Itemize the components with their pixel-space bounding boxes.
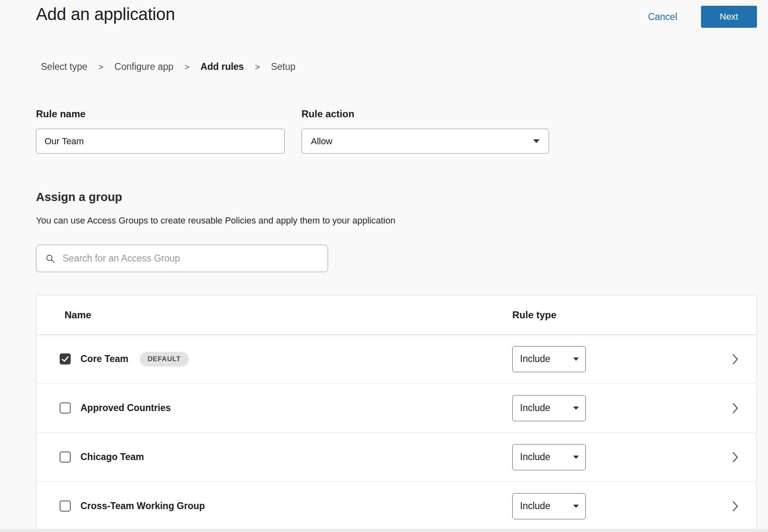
rule-type-value: Include [520, 452, 550, 463]
group-checkbox[interactable] [60, 353, 71, 364]
rule-name-label: Rule name [36, 108, 285, 120]
column-header-rule-type: Rule type [512, 309, 756, 321]
breadcrumb-separator: > [185, 62, 190, 72]
access-group-search [36, 245, 328, 272]
table-row: Core Team DEFAULT Include [36, 335, 756, 384]
search-input[interactable] [62, 253, 319, 264]
breadcrumb-separator: > [255, 62, 260, 72]
default-badge: DEFAULT [140, 352, 188, 367]
chevron-right-icon [732, 452, 739, 463]
group-name: Core Team [80, 353, 128, 364]
page-title: Add an application [36, 4, 175, 25]
rule-type-cell: Include [512, 444, 756, 470]
rule-form: Rule name Rule action Allow [36, 108, 768, 154]
rule-action-select[interactable]: Allow [301, 129, 549, 154]
rule-type-value: Include [520, 402, 550, 414]
step-configure-app[interactable]: Configure app [114, 61, 174, 72]
next-button[interactable]: Next [701, 6, 757, 28]
group-checkbox[interactable] [60, 452, 71, 463]
rule-type-cell: Include [512, 346, 756, 372]
groups-table-body: Core Team DEFAULT Include Approved Count… [36, 335, 756, 531]
assign-group-heading: Assign a group [36, 190, 768, 204]
groups-table-header: Name Rule type [36, 295, 756, 335]
breadcrumb-separator: > [98, 62, 103, 72]
top-bar: Add an application Cancel Next [0, 0, 768, 28]
step-select-type[interactable]: Select type [41, 61, 87, 72]
rule-name-input[interactable] [36, 129, 285, 154]
group-name-cell: Core Team DEFAULT [36, 352, 512, 367]
rule-type-value: Include [520, 353, 550, 364]
table-row: Approved Countries Include [36, 384, 756, 433]
step-add-rules[interactable]: Add rules [201, 61, 244, 72]
group-name: Chicago Team [80, 452, 144, 463]
groups-table: Name Rule type Core Team DEFAULT Include [36, 295, 757, 532]
rule-type-cell: Include [512, 493, 756, 519]
assign-group-description: You can use Access Groups to create reus… [36, 215, 768, 226]
rule-action-field-group: Rule action Allow [301, 108, 549, 154]
rule-action-value: Allow [311, 136, 333, 147]
group-checkbox[interactable] [60, 501, 71, 512]
group-name-cell: Approved Countries [36, 402, 512, 414]
row-expand-chevron[interactable] [732, 501, 739, 512]
rule-type-select[interactable]: Include [512, 444, 586, 470]
group-checkbox[interactable] [60, 402, 71, 414]
row-expand-chevron[interactable] [732, 452, 739, 463]
rule-type-cell: Include [512, 395, 756, 421]
chevron-right-icon [732, 354, 739, 364]
row-expand-chevron[interactable] [732, 354, 739, 364]
page-bottom-edge [0, 529, 768, 532]
rule-action-label: Rule action [301, 108, 549, 120]
chevron-right-icon [732, 403, 739, 414]
group-name-cell: Cross-Team Working Group [36, 501, 512, 512]
rule-type-select[interactable]: Include [512, 395, 586, 421]
cancel-button[interactable]: Cancel [645, 11, 680, 23]
breadcrumb: Select type > Configure app > Add rules … [41, 61, 768, 72]
rule-type-select[interactable]: Include [512, 493, 586, 519]
chevron-down-icon [573, 505, 579, 508]
group-name-cell: Chicago Team [36, 452, 512, 463]
group-name: Cross-Team Working Group [80, 501, 205, 512]
group-name: Approved Countries [80, 402, 171, 414]
table-row: Chicago Team Include [36, 433, 756, 482]
search-icon [45, 254, 55, 264]
rule-name-field-group: Rule name [36, 108, 285, 154]
chevron-down-icon [573, 407, 579, 410]
chevron-down-icon [573, 456, 579, 459]
rule-type-select[interactable]: Include [512, 346, 586, 372]
check-icon [62, 356, 69, 362]
chevron-down-icon [573, 358, 579, 361]
column-header-name: Name [36, 309, 512, 321]
step-setup[interactable]: Setup [271, 61, 295, 72]
top-actions: Cancel Next [645, 6, 757, 28]
table-row: Cross-Team Working Group Include [36, 482, 756, 531]
row-expand-chevron[interactable] [732, 403, 739, 414]
chevron-right-icon [732, 501, 739, 512]
chevron-down-icon [533, 139, 540, 143]
rule-type-value: Include [520, 501, 550, 512]
